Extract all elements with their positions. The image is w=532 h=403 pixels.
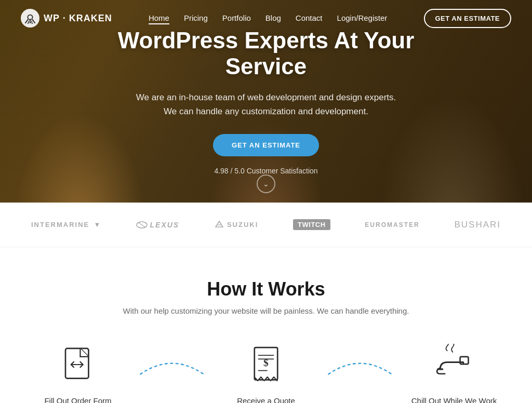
how-title: How It Works	[21, 278, 511, 300]
nav-blog[interactable]: Blog	[265, 14, 281, 22]
brand-bushari: BUSHARI	[454, 220, 501, 230]
how-it-works-section: How It Works With our help customizing y…	[0, 247, 532, 403]
step-3-label: Chill Out While We Work	[411, 396, 497, 403]
relax-icon	[433, 344, 475, 385]
brand-label: INTERMARINE ▼	[31, 221, 101, 229]
nav-home[interactable]: Home	[149, 14, 169, 24]
connector-2	[323, 349, 397, 380]
hero-content: WordPress Experts At Your Service We are…	[89, 28, 443, 176]
nav-login[interactable]: Login/Register	[337, 14, 388, 22]
scroll-down-button[interactable]: ⌄	[257, 174, 275, 193]
hero-cta-button[interactable]: GET AN ESTIMATE	[213, 134, 319, 156]
nav-portfolio[interactable]: Portfolio	[222, 14, 251, 22]
svg-point-0	[28, 15, 32, 20]
brand-intermarine: INTERMARINE ▼	[31, 221, 101, 229]
nav-pricing[interactable]: Pricing	[184, 14, 208, 22]
brand-euromaster: EUROMASTER	[365, 221, 419, 229]
quote-icon: $	[245, 344, 287, 385]
brand-lexus: LEXUS	[136, 221, 180, 229]
step-1-icon-wrap	[55, 341, 101, 388]
connector-1	[135, 349, 209, 380]
nav-links: Home Pricing Portfolio Blog Contact Logi…	[149, 14, 387, 23]
nav-contact[interactable]: Contact	[296, 14, 323, 22]
logo-icon	[21, 9, 39, 28]
brands-section: INTERMARINE ▼ LEXUS SUZUKI twitch EUROMA…	[0, 203, 532, 247]
site-logo[interactable]: WP · KRAKEN	[21, 9, 112, 28]
hero-rating: 4.98 / 5.0 Customer Satisfaction	[100, 167, 432, 175]
nav-cta-button[interactable]: GET AN ESTIMATE	[424, 9, 512, 28]
step-1-label: Fill Out Order Form	[44, 396, 111, 403]
step-2-label: Receive a Quote	[237, 396, 295, 403]
chevron-down-icon: ⌄	[263, 180, 269, 188]
navbar: WP · KRAKEN Home Pricing Portfolio Blog …	[0, 0, 532, 36]
hero-subtitle: We are an in-house team of web developme…	[131, 90, 401, 118]
how-steps: Fill Out Order Form $	[21, 341, 511, 403]
brand-suzuki: SUZUKI	[214, 220, 258, 230]
svg-line-2	[139, 223, 145, 227]
step-2-icon-wrap: $	[243, 341, 289, 388]
step-1: Fill Out Order Form	[21, 341, 135, 403]
brand-twitch: twitch	[293, 219, 330, 230]
step-3: Chill Out While We Work	[397, 341, 511, 403]
step-3-icon-wrap	[431, 341, 477, 388]
step-2: $ Receive a Quote	[209, 341, 323, 403]
how-subtitle: With our help customizing your website w…	[21, 306, 511, 315]
hero-section: WP · KRAKEN Home Pricing Portfolio Blog …	[0, 0, 532, 203]
site-name: WP · KRAKEN	[44, 13, 112, 24]
form-icon	[57, 344, 99, 385]
